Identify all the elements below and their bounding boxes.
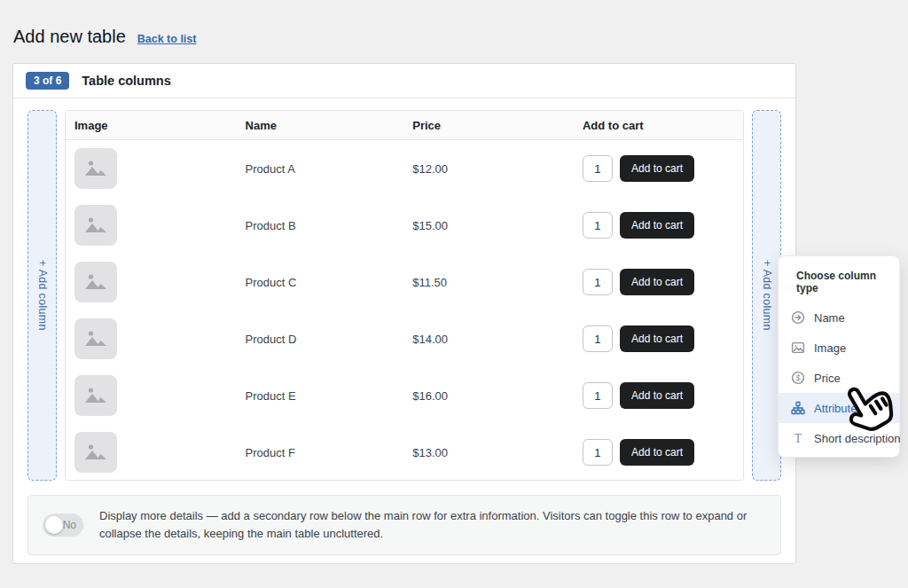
quantity-input[interactable] (583, 269, 613, 295)
add-to-cart-button[interactable]: Add to cart (620, 212, 694, 239)
product-price: $14.00 (403, 333, 574, 346)
add-column-button-left[interactable]: + Add column (27, 110, 57, 481)
image-icon (84, 216, 107, 235)
image-icon (84, 443, 107, 462)
add-to-cart-button[interactable]: Add to cart (620, 382, 694, 409)
table-row: Product E $16.00 Add to cart (66, 367, 743, 424)
product-image-placeholder (74, 205, 117, 246)
image-icon (84, 272, 107, 292)
step-badge: 3 of 6 (26, 72, 69, 90)
product-name: Product D (237, 333, 404, 346)
product-name: Product B (237, 219, 404, 232)
image-icon (790, 341, 805, 356)
arrow-circle-icon (790, 310, 805, 325)
product-image-placeholder (74, 375, 117, 416)
quantity-input[interactable] (583, 439, 613, 466)
dollar-circle-icon: $ (790, 371, 805, 386)
product-price: $15.00 (403, 219, 574, 232)
svg-text:$: $ (795, 373, 800, 382)
table-row: Product A $12.00 Add to cart (66, 140, 743, 197)
column-type-name[interactable]: Name (779, 302, 899, 333)
columns-row: + Add column Image Name Price Add to car… (27, 110, 781, 481)
details-description: Display more details — add a secondary r… (99, 507, 766, 543)
table-header-row: Image Name Price Add to cart (66, 111, 743, 140)
product-name: Product C (237, 276, 404, 289)
toggle-state-label: No (63, 519, 76, 531)
table-row: Product D $14.00 Add to cart (66, 310, 743, 367)
table-builder-card: 3 of 6 Table columns + Add column Image … (12, 63, 796, 564)
card-body: + Add column Image Name Price Add to car… (13, 98, 795, 567)
card-heading: Table columns (82, 74, 170, 88)
text-icon: T (790, 431, 805, 446)
quantity-input[interactable] (583, 155, 613, 182)
product-name: Product A (237, 162, 404, 176)
product-table-preview: Image Name Price Add to cart Product A $… (65, 110, 744, 481)
product-image-placeholder (74, 432, 117, 473)
table-row: Product C $11.50 Add to cart (66, 254, 743, 310)
column-type-short-description[interactable]: T Short description (779, 423, 899, 453)
page-header: Add new table Back to list (0, 0, 908, 47)
details-toggle-box: No Display more details — add a secondar… (27, 495, 781, 555)
back-to-list-link[interactable]: Back to list (137, 33, 197, 45)
card-header: 3 of 6 Table columns (13, 64, 795, 98)
product-price: $13.00 (403, 446, 574, 459)
choose-column-type-popup: Choose column type Name Image $ Price At… (778, 255, 900, 458)
product-image-placeholder (74, 148, 117, 189)
column-header-image: Image (66, 119, 237, 132)
table-row: Product F $13.00 Add to cart (66, 424, 743, 481)
product-price: $11.50 (403, 276, 574, 289)
product-name: Product E (237, 389, 404, 403)
column-header-add-to-cart: Add to cart (574, 119, 743, 132)
image-icon (84, 159, 107, 178)
product-price: $16.00 (403, 389, 574, 403)
popup-title: Choose column type (779, 256, 899, 302)
product-price: $12.00 (403, 162, 574, 176)
add-to-cart-button[interactable]: Add to cart (620, 439, 694, 466)
product-image-placeholder (74, 262, 117, 302)
column-type-price[interactable]: $ Price (779, 363, 899, 393)
product-name: Product F (237, 446, 404, 459)
column-header-name: Name (237, 119, 404, 132)
image-icon (84, 386, 107, 405)
add-to-cart-button[interactable]: Add to cart (620, 325, 694, 352)
page-title: Add new table (13, 27, 126, 47)
add-to-cart-button[interactable]: Add to cart (620, 269, 694, 295)
quantity-input[interactable] (583, 325, 613, 352)
add-to-cart-button[interactable]: Add to cart (620, 155, 694, 182)
image-icon (84, 329, 107, 349)
column-type-attribute[interactable]: Attribute (779, 393, 899, 423)
svg-text:T: T (794, 432, 802, 445)
sitemap-icon (790, 401, 805, 416)
quantity-input[interactable] (583, 382, 613, 409)
column-header-price: Price (403, 119, 574, 132)
quantity-input[interactable] (583, 212, 613, 239)
toggle-knob (45, 516, 63, 534)
table-row: Product B $15.00 Add to cart (66, 197, 743, 254)
display-more-details-toggle[interactable]: No (43, 514, 83, 537)
column-type-image[interactable]: Image (779, 333, 899, 363)
product-image-placeholder (74, 318, 117, 359)
